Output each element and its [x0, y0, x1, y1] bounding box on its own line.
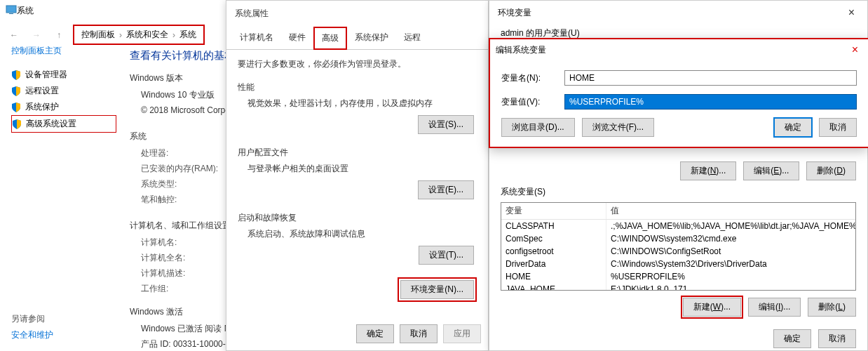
system-type-label: 系统类型:	[141, 176, 235, 192]
user-profiles-group: 用户配置文件 与登录帐户相关的桌面设置 设置(E)...	[238, 147, 477, 199]
table-row[interactable]: HOME%USERPROFILE%	[501, 270, 855, 283]
env-ok-button[interactable]: 确定	[773, 329, 811, 348]
left-nav: 控制面板主页 设备管理器 远程设置 系统保护 高级系统设置	[11, 45, 116, 133]
column-value[interactable]: 值	[606, 203, 855, 219]
activation-status: Windows 已激活 阅读 M	[141, 321, 235, 336]
up-button[interactable]: ↑	[50, 27, 67, 44]
chevron-right-icon: ›	[172, 30, 175, 40]
system-variables-list[interactable]: 变量 值 CLASSPATH.;%JAVA_HOME%\lib;%JAVA_HO…	[501, 202, 856, 291]
description-label: 计算机描述:	[141, 265, 235, 281]
edit-ok-button[interactable]: 确定	[774, 118, 812, 137]
breadcrumb[interactable]: 控制面板 › 系统和安全 › 系统	[73, 25, 205, 45]
windows-version: Windows 10 专业版	[141, 87, 235, 102]
see-also-label: 另请参阅	[11, 313, 53, 325]
full-name-label: 计算机全名:	[141, 250, 235, 265]
admin-note: 要进行大多数更改，你必须作为管理员登录。	[238, 58, 477, 70]
shield-icon	[11, 70, 21, 80]
user-profiles-desc: 与登录帐户相关的桌面设置	[247, 163, 477, 175]
variable-name-input[interactable]	[564, 70, 857, 86]
computer-name-label: 计算机名:	[141, 234, 235, 250]
system-properties-dialog: 系统属性 计算机名 硬件 高级 系统保护 远程 要进行大多数更改，你必须作为管理…	[226, 0, 489, 351]
user-var-buttons: 新建(N)... 编辑(E)... 删除(D)	[501, 161, 856, 180]
table-row[interactable]: ComSpecC:\WINDOWS\system32\cmd.exe	[501, 232, 855, 245]
breadcrumb-item[interactable]: 控制面板	[81, 29, 115, 41]
cpu-label: 处理器:	[141, 145, 235, 161]
startup-recovery-title: 启动和故障恢复	[238, 212, 477, 224]
sys-edit-button[interactable]: 编辑(I)...	[748, 298, 801, 317]
see-also: 另请参阅 安全和维护	[11, 309, 53, 341]
workgroup-label: 工作组:	[141, 281, 235, 296]
system-icon	[6, 4, 17, 18]
variable-name-label: 变量名(N):	[501, 72, 564, 84]
remote-settings-link[interactable]: 远程设置	[11, 83, 116, 99]
system-title: 系统	[17, 5, 34, 17]
close-button[interactable]: ×	[848, 44, 862, 56]
sys-new-button[interactable]: 新建(W)...	[683, 298, 741, 317]
advanced-system-settings-link[interactable]: 高级系统设置	[11, 115, 116, 133]
forward-button[interactable]: →	[28, 27, 45, 44]
system-variables-label: 系统变量(S)	[501, 186, 856, 198]
startup-recovery-settings-button[interactable]: 设置(T)...	[419, 246, 474, 265]
chevron-right-icon: ›	[119, 30, 122, 40]
user-profiles-settings-button[interactable]: 设置(E)...	[418, 180, 474, 199]
column-name[interactable]: 变量	[501, 203, 606, 219]
shield-icon	[12, 119, 22, 129]
browse-directory-button[interactable]: 浏览目录(D)...	[501, 118, 575, 137]
device-manager-link[interactable]: 设备管理器	[11, 67, 116, 83]
table-row[interactable]: DriverDataC:\Windows\System32\Drivers\Dr…	[501, 258, 855, 270]
sysprops-title: 系统属性	[226, 1, 488, 27]
environment-variables-button[interactable]: 环境变量(N)...	[400, 280, 474, 299]
ram-label: 已安装的内存(RAM):	[141, 161, 235, 176]
user-edit-button[interactable]: 编辑(E)...	[743, 161, 799, 180]
tab-system-protection[interactable]: 系统保护	[347, 27, 396, 50]
tab-advanced[interactable]: 高级	[313, 27, 347, 50]
system-protection-link[interactable]: 系统保护	[11, 99, 116, 115]
variable-value-label: 变量值(V):	[501, 96, 564, 108]
svg-rect-0	[6, 6, 16, 13]
tab-computer-name[interactable]: 计算机名	[232, 27, 281, 50]
performance-desc: 视觉效果，处理器计划，内存使用，以及虚拟内存	[247, 98, 477, 110]
ok-button[interactable]: 确定	[356, 324, 394, 343]
performance-title: 性能	[238, 81, 477, 93]
startup-recovery-desc: 系统启动、系统故障和调试信息	[247, 228, 477, 240]
table-row[interactable]: configsetrootC:\WINDOWS\ConfigSetRoot	[501, 245, 855, 258]
copyright: © 2018 Microsoft Corpo	[141, 102, 235, 118]
activation-title: Windows 激活	[130, 306, 235, 318]
browse-file-button[interactable]: 浏览文件(F)...	[582, 118, 654, 137]
computer-name-title: 计算机名、域和工作组设置	[130, 220, 235, 232]
user-profiles-title: 用户配置文件	[238, 147, 477, 159]
sys-var-buttons: 新建(W)... 编辑(I)... 删除(L)	[501, 298, 856, 317]
edit-cancel-button[interactable]: 取消	[819, 118, 857, 137]
env-cancel-button[interactable]: 取消	[818, 329, 856, 348]
user-new-button[interactable]: 新建(N)...	[680, 161, 737, 180]
breadcrumb-item[interactable]: 系统和安全	[126, 29, 168, 41]
system-content: 查看有关计算机的基本 Windows 版本 Windows 10 专业版 © 2…	[130, 49, 235, 351]
control-panel-home-link[interactable]: 控制面板主页	[11, 45, 116, 57]
apply-button[interactable]: 应用	[443, 324, 481, 343]
variable-value-input[interactable]	[564, 94, 857, 110]
tab-hardware[interactable]: 硬件	[281, 27, 313, 50]
shield-icon	[11, 86, 21, 96]
performance-group: 性能 视觉效果，处理器计划，内存使用，以及虚拟内存 设置(S)...	[238, 81, 477, 134]
product-id: 产品 ID: 00331-10000-00	[141, 336, 235, 351]
startup-recovery-group: 启动和故障恢复 系统启动、系统故障和调试信息 设置(T)...	[238, 212, 477, 265]
svg-rect-1	[9, 13, 13, 14]
pen-touch-label: 笔和触控:	[141, 192, 235, 207]
user-delete-button[interactable]: 删除(D)	[806, 161, 856, 180]
windows-version-title: Windows 版本	[130, 72, 235, 84]
edit-dialog-title: 编辑系统变量	[496, 44, 546, 56]
edit-system-variable-dialog: 编辑系统变量 × 变量名(N): 变量值(V): 浏览目录(D)... 浏览文件…	[489, 38, 868, 148]
env-title: 环境变量	[498, 7, 531, 19]
cancel-button[interactable]: 取消	[400, 324, 438, 343]
performance-settings-button[interactable]: 设置(S)...	[418, 115, 474, 134]
system-section-title: 系统	[130, 131, 235, 143]
tab-remote[interactable]: 远程	[396, 27, 428, 50]
sys-delete-button[interactable]: 删除(L)	[808, 298, 856, 317]
back-button[interactable]: ←	[6, 27, 22, 44]
close-button[interactable]: ×	[844, 6, 859, 19]
breadcrumb-item[interactable]: 系统	[179, 29, 196, 41]
table-row[interactable]: JAVA_HOMEE:\JDK\jdk1.8.0_171	[501, 283, 855, 291]
system-variables-section: 系统变量(S) 变量 值 CLASSPATH.;%JAVA_HOME%\lib;…	[489, 180, 867, 322]
security-maintenance-link[interactable]: 安全和维护	[11, 329, 53, 341]
table-row[interactable]: CLASSPATH.;%JAVA_HOME%\lib;%JAVA_HOME%\l…	[501, 220, 855, 232]
